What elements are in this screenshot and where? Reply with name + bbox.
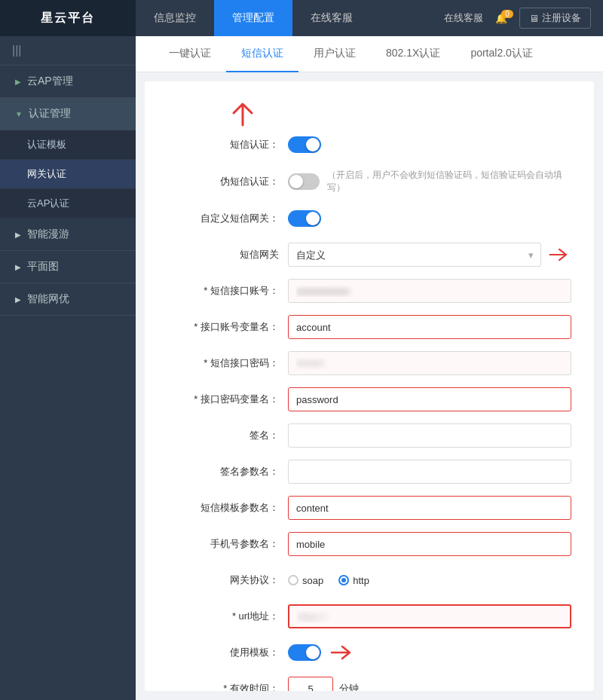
sms-auth-content [288,136,571,153]
template-param-row: 短信模板参数名： [167,496,571,520]
sign-param-content [288,460,571,484]
use-template-knob [306,646,320,659]
online-service-label: 在线客服 [444,11,483,25]
nav-item-monitor[interactable]: 信息监控 [136,0,214,36]
sidebar-arrow-auth: ▼ [15,110,23,118]
sidebar-item-floorplan[interactable]: ▶ 平面图 [0,251,136,283]
sidebar-item-netopt[interactable]: ▶ 智能网优 [0,283,136,316]
password-var-row: * 接口密码变量名： [167,387,571,411]
sms-password-row: * 短信接口密码： [167,351,571,375]
logo: 星云平台 [0,0,136,36]
valid-time-unit: 分钟 [339,682,359,691]
red-arrow-select [547,246,571,264]
template-param-input[interactable] [288,496,571,520]
valid-time-input[interactable] [288,677,333,691]
nav-right: 在线客服 🔔 0 🖥 注册设备 [432,0,603,36]
sign-label: 签名： [167,429,288,442]
protocol-label: 网关协议： [167,573,288,587]
sidebar-item-cloud-ap[interactable]: ▶ 云AP管理 [0,66,136,98]
password-var-content [288,387,571,411]
protocol-http-option[interactable]: http [338,575,369,586]
account-var-label: * 接口账号变量名： [167,320,288,334]
nav-items: 信息监控 管理配置 在线客服 [136,0,432,36]
sidebar-toggle[interactable]: ||| [0,36,136,66]
custom-gw-knob [306,212,320,225]
sms-account-label: * 短信接口账号： [167,284,288,298]
top-nav: 星云平台 信息监控 管理配置 在线客服 在线客服 🔔 0 🖥 注册设备 [0,0,603,36]
main-layout: ||| ▶ 云AP管理 ▼ 认证管理 认证模板 网关认证 云AP认证 ▶ 智能漫… [0,36,603,700]
red-arrow-tab [228,96,258,127]
sidebar-label-floorplan: 平面图 [27,260,59,274]
gateway-select-wrap: 自定义 ▾ [288,243,541,267]
use-template-row: 使用模板： [167,640,571,665]
sidebar-label-cloud-ap: 云AP管理 [27,75,73,88]
tab-portal2[interactable]: portal2.0认证 [455,36,547,72]
gateway-select-content: 自定义 ▾ [288,243,571,267]
sms-password-content [288,351,571,375]
fake-sms-desc: （开启后，用户不会收到短信验证码，短信验证码会自动填写） [327,169,571,194]
mobile-param-input[interactable] [288,532,571,556]
fake-sms-row: 伪短信认证： （开启后，用户不会收到短信验证码，短信验证码会自动填写） [167,169,571,194]
fake-sms-knob [289,175,303,188]
nav-item-manage[interactable]: 管理配置 [214,0,292,36]
url-input[interactable] [288,604,571,628]
password-var-input[interactable] [288,387,571,411]
protocol-soap-option[interactable]: soap [288,575,323,586]
register-icon: 🖥 [529,13,539,24]
sidebar-sub-auth: 认证模板 网关认证 云AP认证 [0,130,136,219]
tab-8021x[interactable]: 802.1X认证 [371,36,455,72]
sidebar-item-auth-manage[interactable]: ▼ 认证管理 [0,98,136,130]
template-param-label: 短信模板参数名： [167,501,288,515]
protocol-soap-circle [288,575,298,585]
tab-bar: 一键认证 短信认证 用户认证 802.1X认证 portal2.0认证 [136,36,603,72]
bell-badge: 0 [501,10,513,18]
register-button[interactable]: 🖥 注册设备 [519,8,591,29]
bell-wrap[interactable]: 🔔 0 [495,13,507,24]
red-arrow-template [329,641,356,664]
sms-account-content [288,279,571,303]
gateway-select[interactable]: 自定义 [288,243,541,267]
content-area: 一键认证 短信认证 用户认证 802.1X认证 portal2.0认证 短信认证… [136,36,603,700]
sign-param-input[interactable] [288,460,571,484]
sms-account-input[interactable] [288,279,571,303]
sms-account-row: * 短信接口账号： [167,279,571,303]
fake-sms-label: 伪短信认证： [167,175,288,188]
tab-one-click[interactable]: 一键认证 [154,36,226,72]
custom-gw-toggle[interactable] [288,210,321,227]
template-param-content [288,496,571,520]
fake-sms-content: （开启后，用户不会收到短信验证码，短信验证码会自动填写） [288,169,571,194]
sidebar-arrow-cloud-ap: ▶ [15,78,21,86]
sms-password-input[interactable] [288,351,571,375]
protocol-radio-group: soap http [288,575,369,586]
fake-sms-toggle[interactable] [288,173,320,190]
sidebar: ||| ▶ 云AP管理 ▼ 认证管理 认证模板 网关认证 云AP认证 ▶ 智能漫… [0,36,136,700]
sign-row: 签名： [167,423,571,448]
sms-auth-row: 短信认证： [167,133,571,157]
nav-item-service[interactable]: 在线客服 [292,0,371,36]
sidebar-item-roaming[interactable]: ▶ 智能漫游 [0,219,136,251]
sidebar-item-gateway-auth[interactable]: 网关认证 [0,160,136,189]
custom-gw-row: 自定义短信网关： [167,206,571,231]
protocol-http-label: http [353,575,369,586]
protocol-row: 网关协议： soap http [167,568,571,592]
tab-sms-auth[interactable]: 短信认证 [226,36,298,72]
sidebar-arrow-floorplan: ▶ [15,263,21,271]
account-var-input[interactable] [288,315,571,339]
gateway-select-row: 短信网关 自定义 ▾ [167,243,571,267]
sign-input[interactable] [288,423,571,448]
mobile-param-content [288,532,571,556]
valid-time-row: * 有效时间： 分钟 [167,677,571,691]
sidebar-label-auth-manage: 认证管理 [29,107,71,121]
protocol-http-circle [338,575,349,585]
sign-content [288,423,571,448]
sms-password-label: * 短信接口密码： [167,356,288,370]
sms-auth-label: 短信认证： [167,138,288,151]
url-label: * url地址： [167,610,288,623]
form-area: 短信认证： 伪短信认证： （开启后，用户不会收到短信验证码，短信验证码会自动填写… [145,81,594,691]
use-template-toggle[interactable] [288,644,321,661]
tab-user-auth[interactable]: 用户认证 [298,36,371,72]
mobile-param-row: 手机号参数名： [167,532,571,556]
sidebar-item-cloud-ap-auth[interactable]: 云AP认证 [0,189,136,219]
sms-auth-toggle[interactable] [288,136,321,153]
sidebar-item-auth-template[interactable]: 认证模板 [0,130,136,160]
